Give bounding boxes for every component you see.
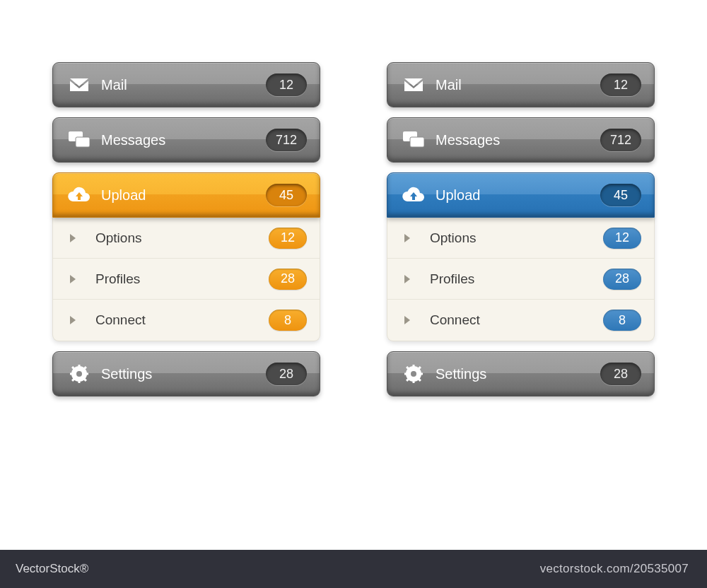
brand-label: VectorStock® <box>16 562 88 576</box>
gear-icon <box>67 365 91 383</box>
subitem-label: Connect <box>95 312 269 328</box>
count-badge: 28 <box>269 269 307 290</box>
chevron-right-icon <box>70 275 76 283</box>
count-badge: 28 <box>600 363 641 385</box>
count-badge: 45 <box>600 184 641 206</box>
options-subitem[interactable]: Options12 <box>53 218 320 259</box>
count-badge: 45 <box>266 184 307 206</box>
count-badge: 12 <box>600 74 641 96</box>
submenu: Options12Profiles28Connect8 <box>387 218 655 341</box>
image-id-label: vectorstock.com/20535007 <box>540 562 689 576</box>
svg-rect-13 <box>410 137 424 147</box>
svg-point-15 <box>411 371 416 377</box>
svg-rect-17 <box>413 380 415 383</box>
chevron-right-icon <box>404 316 410 324</box>
svg-point-3 <box>76 371 82 377</box>
profiles-subitem[interactable]: Profiles28 <box>387 259 654 300</box>
item-label: Settings <box>436 366 600 382</box>
svg-rect-4 <box>78 365 81 368</box>
footer-bar: VectorStock® vectorstock.com/20535007 <box>0 550 707 588</box>
menu-column: Mail12Messages712Upload45Options12Profil… <box>52 62 320 406</box>
options-subitem[interactable]: Options12 <box>387 218 654 259</box>
cloud-upload-icon <box>67 187 91 204</box>
item-label: Upload <box>101 187 266 204</box>
connect-subitem[interactable]: Connect8 <box>387 300 654 341</box>
subitem-label: Profiles <box>95 271 269 287</box>
count-badge: 12 <box>269 228 307 249</box>
count-badge: 8 <box>603 310 641 331</box>
chevron-right-icon <box>404 275 410 283</box>
settings-item[interactable]: Settings28 <box>52 351 320 396</box>
subitem-label: Connect <box>430 312 603 328</box>
chevron-right-icon <box>70 234 76 242</box>
messages-item[interactable]: Messages712 <box>52 117 320 163</box>
profiles-subitem[interactable]: Profiles28 <box>53 259 320 300</box>
count-badge: 12 <box>266 74 307 96</box>
menu-column: Mail12Messages712Upload45Options12Profil… <box>387 62 655 406</box>
count-badge: 712 <box>600 129 641 151</box>
chat-icon <box>402 131 426 148</box>
submenu: Options12Profiles28Connect8 <box>52 218 320 341</box>
messages-item[interactable]: Messages712 <box>387 117 655 163</box>
count-badge: 8 <box>269 310 307 331</box>
mail-icon <box>402 77 426 93</box>
gear-icon <box>402 365 426 383</box>
settings-item[interactable]: Settings28 <box>387 351 655 396</box>
item-label: Upload <box>436 187 600 204</box>
mail-item[interactable]: Mail12 <box>387 62 655 107</box>
svg-rect-18 <box>404 373 408 375</box>
subitem-label: Options <box>95 230 269 246</box>
menu-stage: Mail12Messages712Upload45Options12Profil… <box>0 0 707 406</box>
count-badge: 28 <box>266 363 307 385</box>
svg-rect-1 <box>76 137 90 147</box>
item-label: Messages <box>101 132 266 148</box>
mail-item[interactable]: Mail12 <box>52 62 320 107</box>
svg-rect-6 <box>70 373 74 375</box>
count-badge: 28 <box>603 269 641 290</box>
item-label: Mail <box>101 77 266 93</box>
item-label: Mail <box>436 77 600 93</box>
svg-rect-5 <box>78 380 81 383</box>
chat-icon <box>67 131 91 148</box>
svg-rect-16 <box>413 365 415 368</box>
svg-rect-19 <box>419 373 423 375</box>
connect-subitem[interactable]: Connect8 <box>53 300 320 341</box>
upload-item[interactable]: Upload45 <box>52 172 320 218</box>
item-label: Messages <box>436 132 600 148</box>
count-badge: 712 <box>266 129 307 151</box>
chevron-right-icon <box>70 316 76 324</box>
subitem-label: Profiles <box>430 271 603 287</box>
chevron-right-icon <box>404 234 410 242</box>
mail-icon <box>67 77 91 93</box>
count-badge: 12 <box>603 228 641 249</box>
svg-rect-7 <box>85 373 88 375</box>
subitem-label: Options <box>430 230 603 246</box>
upload-item[interactable]: Upload45 <box>387 172 655 218</box>
cloud-upload-icon <box>402 187 426 204</box>
item-label: Settings <box>101 366 266 382</box>
